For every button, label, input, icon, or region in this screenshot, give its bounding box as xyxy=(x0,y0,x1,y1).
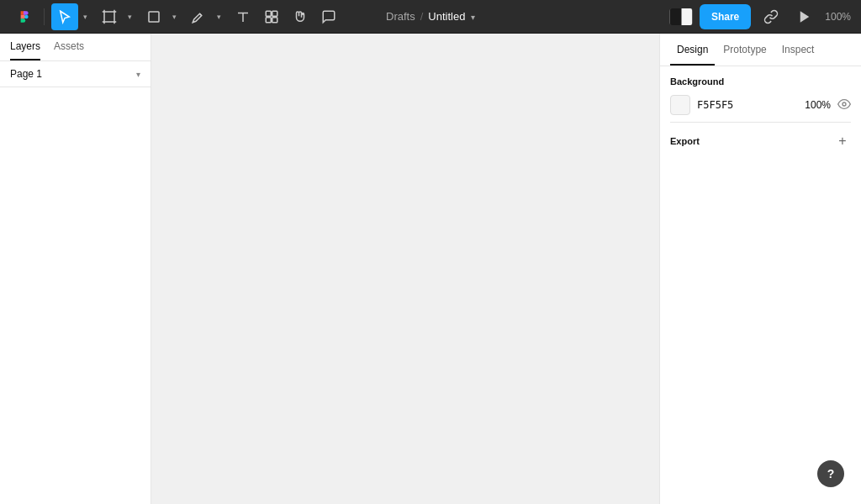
title-chevron-icon: ▾ xyxy=(471,13,475,22)
prototype-tab[interactable]: Prototype xyxy=(716,34,773,66)
export-label: Export xyxy=(670,136,700,146)
add-export-button[interactable]: + xyxy=(834,133,851,150)
toolbar-separator-1 xyxy=(44,8,45,25)
shape-tool-chevron[interactable]: ▾ xyxy=(168,3,180,30)
page-label: Page 1 xyxy=(10,68,42,80)
canvas-area[interactable] xyxy=(151,34,659,504)
text-tool-button[interactable] xyxy=(230,3,256,30)
left-panel: Layers Assets Page 1 ▾ xyxy=(0,34,151,504)
inspect-tab[interactable]: Inspect xyxy=(775,34,821,66)
background-row: F5F5F5 100% xyxy=(670,95,851,115)
background-opacity[interactable]: 100% xyxy=(805,99,831,111)
svg-rect-14 xyxy=(272,11,277,16)
toolbar-right: Share 100% xyxy=(669,3,851,30)
shape-tool-group: ▾ xyxy=(140,3,180,30)
right-panel-content: Background F5F5F5 100% Export + xyxy=(660,66,861,504)
assets-tab[interactable]: Assets xyxy=(54,40,84,60)
toolbar-center: Drafts / Untitled ▾ xyxy=(386,10,475,23)
main-layout: Layers Assets Page 1 ▾ Design Prototype … xyxy=(0,34,861,504)
svg-rect-10 xyxy=(149,12,159,22)
toolbar: ▾ ▾ xyxy=(0,0,861,34)
svg-rect-1 xyxy=(104,12,114,22)
color-picker-button[interactable] xyxy=(669,8,693,25)
frame-tool-group: ▾ xyxy=(96,3,135,30)
design-tab[interactable]: Design xyxy=(670,34,715,66)
share-button[interactable]: Share xyxy=(700,4,751,29)
copy-link-button[interactable] xyxy=(758,3,784,30)
breadcrumb-drafts[interactable]: Drafts xyxy=(386,10,415,23)
left-panel-tabs: Layers Assets xyxy=(0,34,151,61)
page-chevron-icon: ▾ xyxy=(136,70,140,79)
figma-logo-button[interactable] xyxy=(10,3,37,30)
right-panel-tabs: Design Prototype Inspect xyxy=(660,34,861,66)
move-tool-group: ▾ xyxy=(51,3,91,30)
move-tool-chevron[interactable]: ▾ xyxy=(79,3,91,30)
export-section: Export + xyxy=(670,122,851,160)
svg-point-0 xyxy=(24,14,29,18)
background-color-swatch[interactable] xyxy=(670,95,690,115)
help-button[interactable]: ? xyxy=(817,460,844,487)
background-color-hex[interactable]: F5F5F5 xyxy=(697,99,798,111)
breadcrumb-separator: / xyxy=(420,10,424,23)
shape-tool-button[interactable] xyxy=(140,3,167,30)
document-title[interactable]: Untitled ▾ xyxy=(428,10,475,23)
frame-tool-button[interactable] xyxy=(96,3,123,30)
toolbar-left: ▾ ▾ xyxy=(10,3,342,30)
svg-rect-13 xyxy=(266,11,271,16)
svg-rect-15 xyxy=(266,17,271,22)
component-tool-button[interactable] xyxy=(258,3,285,30)
svg-rect-16 xyxy=(272,17,277,22)
svg-point-18 xyxy=(843,102,846,106)
pen-tool-chevron[interactable]: ▾ xyxy=(213,3,224,30)
pen-tool-button[interactable] xyxy=(185,3,212,30)
move-tool-button[interactable] xyxy=(51,3,78,30)
present-button[interactable] xyxy=(791,3,818,30)
zoom-level[interactable]: 100% xyxy=(825,11,851,23)
hand-tool-button[interactable] xyxy=(287,3,314,30)
frame-tool-chevron[interactable]: ▾ xyxy=(124,3,135,30)
pen-tool-group: ▾ xyxy=(185,3,224,30)
page-row[interactable]: Page 1 ▾ xyxy=(0,61,151,87)
background-section-title: Background xyxy=(670,76,851,87)
svg-marker-17 xyxy=(800,11,810,23)
right-panel: Design Prototype Inspect Background F5F5… xyxy=(659,34,861,504)
layers-tab[interactable]: Layers xyxy=(10,40,40,60)
comment-tool-button[interactable] xyxy=(315,3,342,30)
background-visibility-icon[interactable] xyxy=(837,97,851,113)
